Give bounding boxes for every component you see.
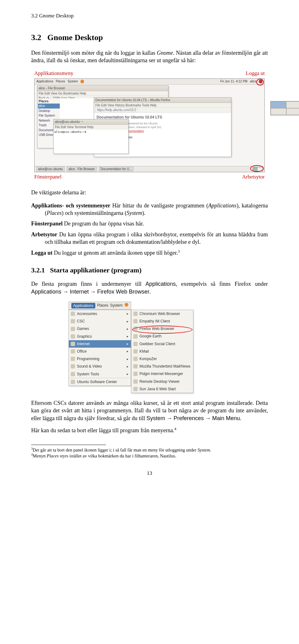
section-title: Gnome Desktop [47,33,103,42]
terminal-window[interactable]: alice@csc-ubuntu: ~ File Edit View Termi… [53,119,129,154]
menu-places[interactable]: Places [56,79,65,84]
tab-system[interactable]: System [110,303,123,308]
app-icon [133,364,138,368]
window-list: alice@csc-ubuntu alice - File Browser Do… [36,167,133,172]
menu-item-graphics[interactable]: Graphics▸ [69,333,131,340]
menu-item-programming[interactable]: Programming▸ [69,355,131,363]
workspace-cell-active[interactable] [271,101,286,108]
menu-item-sound-video[interactable]: Sound & Video▸ [69,363,131,370]
app-icon [71,372,75,376]
menu-item-firefox-web-browser[interactable]: Firefox Web Browser [131,325,193,332]
sidebar-item[interactable]: File System [38,113,60,118]
app-icon [133,342,138,346]
user-name[interactable]: alice [250,79,256,84]
def-item-logga-ut: Logga ut Du loggar ut genom att använda … [45,249,268,257]
menu-item-kompozer[interactable]: KompoZer [131,355,193,363]
label-arbetsytor: Arbetsytor [242,174,265,181]
menu-item-chromium-web-browser[interactable]: Chromium Web Browser [131,310,193,317]
menu-system[interactable]: System [68,79,78,84]
menu-item-label: Games [77,326,124,331]
workspace-cell[interactable] [286,108,299,115]
firefox-icon[interactable] [125,303,128,307]
menu-item-label: CSC [77,319,124,324]
arrow: → [204,415,212,421]
tab-applications[interactable]: Applications [71,303,95,308]
text: De program du har öppna visas här. [63,220,144,227]
menu-item-pidgin-internet-messenger[interactable]: Pidgin Internet Messenger [131,370,193,378]
footnote-3: 3Det går att ta bort den panel ikonen li… [31,447,268,453]
submenu-arrow-icon: ▸ [127,372,128,376]
emphasis: Places [47,210,62,216]
terminal-body[interactable]: alice@csc-ubuntu:~$ [54,129,128,134]
subsection-number: 3.2.1 [31,266,45,274]
menu-item-remote-desktop-viewer[interactable]: Remote Desktop Viewer [131,378,193,385]
menu-item-label: Office [77,349,124,354]
section-heading: 3.2 Gnome Desktop [31,32,268,43]
menu-item-label: KompoZer [140,356,191,361]
text: . [210,447,211,452]
firefox-icon[interactable] [80,80,84,83]
clock: Fri Jun 11, 4:12 PM [220,79,247,84]
menu-item-label: KMail [140,349,191,354]
firefox-menu[interactable]: File Edit View History Bookmarks Tools H… [94,103,231,108]
menu-left-block: Applications Places System Accessories▸C… [69,302,131,386]
emphasis: Gnome [157,50,173,56]
menu-item-kmail[interactable]: KMail [131,348,193,355]
menu-item-label: Pidgin Internet Messenger [140,371,191,376]
workspace-cell[interactable] [271,108,286,115]
gnome-top-panel: Applications Places System Fri Jun 11, 4… [35,79,264,85]
app-icon [133,327,138,331]
menu-item-accessories[interactable]: Accessories▸ [69,310,131,317]
menu-item-google-earth[interactable]: Google Earth [131,332,193,340]
menu-item-internet[interactable]: Internet▸ [69,340,131,348]
menu-item-games[interactable]: Games▸ [69,325,131,332]
taskbar-item[interactable]: Documentation for U... [99,167,133,172]
terminal-prompt: alice@csc-ubuntu:~$ [54,130,86,133]
menu-item-mozilla-thunderbird-mail-news[interactable]: Mozilla Thunderbird Mail/News [131,363,193,370]
terminal-menu[interactable]: File Edit View Terminal Help [54,125,128,129]
app-icon [71,327,75,331]
app-icon [71,349,75,354]
gnome-bottom-panel: alice@csc-ubuntu alice - File Browser Do… [35,166,264,172]
text: Här hittar du de vanligaste programmen ( [110,202,208,209]
firefox-title: Documentation for Ubuntu 10.04 LTS – Moz… [94,98,231,103]
menu-item-label: Remote Desktop Viewer [140,379,191,384]
def-item-fonsterpanel: Fönsterpanel De program du har öppna vis… [45,220,268,227]
app-icon [71,380,75,384]
submenu-arrow-icon: ▸ [127,327,128,331]
menu-item-label: Internet [77,341,124,346]
menu-item-sun-java-6-web-start[interactable]: Sun Java 6 Web Start [131,385,193,393]
app-icon [133,349,138,354]
ui-term: Applications [145,281,176,287]
menu-item-label: Sun Java 6 Web Start [140,387,191,391]
menu-column-categories: Accessories▸CSC▸Games▸Graphics▸Internet▸… [69,310,131,386]
menu-item-system-tools[interactable]: System Tools▸ [69,370,131,378]
term: Arbetsytor [31,231,57,238]
menu-applications[interactable]: Applications [36,79,53,84]
workspace-cell[interactable] [286,101,299,108]
sidebar-item[interactable]: alice [38,104,60,109]
subsection-heading: 3.2.1 Starta applikationer (program) [31,266,268,275]
menu-item-label: Ubuntu Software Center [77,379,128,384]
file-browser-menu[interactable]: File Edit View Go Bookmarks Help [37,91,168,96]
app-icon [133,379,138,384]
tab-places[interactable]: Places [97,303,108,308]
ui-term: Firefox Web Browser [97,289,150,295]
menu-item-csc[interactable]: CSC▸ [69,317,131,325]
label-fonsterpanel: Fönsterpanel [34,174,62,181]
menu-item-label: Programming [77,356,124,361]
firefox-toolbar[interactable]: https://help.ubuntu.com/10.0 [94,108,231,113]
menu-item-gwibber-social-client[interactable]: Gwibber Social Client [131,340,193,348]
taskbar-item[interactable]: alice@csc-ubuntu [36,167,64,172]
menu-item-office[interactable]: Office▸ [69,348,131,355]
menu-item-label: Graphics [77,334,124,339]
app-icon [133,387,138,391]
terminal-title: alice@csc-ubuntu: ~ [54,119,128,125]
workspace-switcher-zoom [270,101,299,115]
taskbar-item[interactable]: alice - File Browser [67,167,97,172]
firefox-url[interactable]: https://help.ubuntu.com/10.0 [95,108,138,112]
menu-item-empathy-im-client[interactable]: Empathy IM Client [131,317,193,325]
emphasis: System [197,447,210,452]
sidebar-item[interactable]: Desktop [38,109,60,114]
menu-item-ubuntu-software-center[interactable]: Ubuntu Software Center [69,378,131,386]
